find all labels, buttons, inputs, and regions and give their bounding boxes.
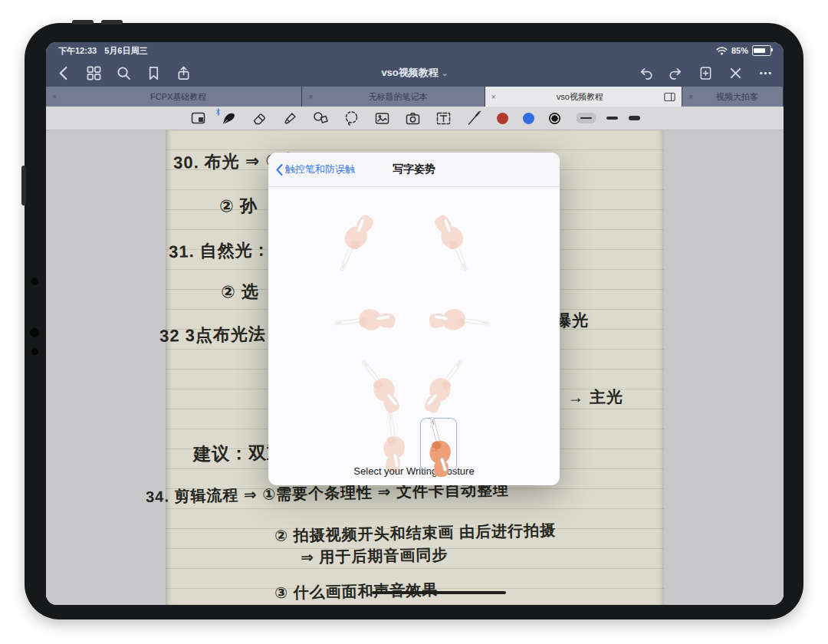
popup-header: 写字姿势 触控笔和防误触 (268, 153, 560, 187)
tab-close-icon[interactable]: × (688, 93, 693, 101)
chevron-left-icon (276, 164, 283, 176)
note-page-area[interactable]: 30. 布光 ⇒ ①布 ② 孙 31. 自然光： ①不 ② 选 32 3点布光法… (46, 130, 784, 605)
tab-vso-tutorial[interactable]: × vso视频教程 (485, 87, 683, 107)
navigation-bar: vso视频教程 ⌄ (46, 59, 784, 87)
posture-option-tip-down-left[interactable] (336, 213, 373, 274)
color-blue[interactable] (523, 113, 534, 124)
close-icon[interactable] (728, 66, 743, 80)
bookmark-icon[interactable] (146, 66, 161, 80)
more-icon[interactable] (758, 66, 773, 80)
status-date: 5月6日周三 (104, 45, 147, 57)
posture-option-tip-left[interactable] (346, 291, 383, 352)
thickness-thin-selected[interactable] (577, 113, 596, 123)
eraser-icon[interactable] (251, 110, 268, 127)
popup-back-button[interactable]: 触控笔和防误触 (276, 163, 355, 176)
share-icon[interactable] (176, 66, 191, 80)
wifi-icon (716, 47, 728, 55)
zoom-window-icon[interactable] (190, 110, 206, 127)
add-page-icon[interactable] (698, 66, 713, 80)
posture-option-selected-vertical[interactable] (419, 416, 456, 477)
tab-label: 无标题的笔记本 (317, 91, 478, 103)
bezel-dot (31, 278, 38, 285)
color-black-selected[interactable] (549, 113, 560, 124)
posture-option-tip-up-left-tilted[interactable] (361, 354, 398, 416)
chevron-down-icon: ⌄ (441, 68, 448, 77)
posture-option-tip-down-right[interactable] (435, 213, 472, 274)
tab-untitled-notebook[interactable]: × 无标题的笔记本 (302, 87, 485, 107)
split-view-icon[interactable] (664, 92, 675, 102)
thickness-medium[interactable] (606, 117, 618, 120)
laser-pointer-icon[interactable] (466, 110, 482, 127)
status-time: 下午12:33 (58, 45, 97, 57)
search-icon[interactable] (117, 66, 131, 80)
tab-close-icon[interactable]: × (491, 93, 496, 101)
tab-close-icon[interactable]: × (308, 93, 313, 101)
bezel-dot (31, 348, 38, 355)
highlighter-icon[interactable] (282, 110, 298, 127)
back-icon[interactable] (57, 66, 71, 80)
handwriting-note: 32 3点布光法： (159, 322, 284, 347)
ipad-device-frame: 下午12:33 5月6日周三 85% vso视频教程 ⌄ (25, 23, 803, 619)
handwriting-note: ② 选 (221, 280, 259, 304)
status-bar: 下午12:33 5月6日周三 85% (46, 42, 784, 59)
tab-label: FCPX基础教程 (61, 91, 296, 103)
volume-down-button (101, 20, 123, 25)
writing-posture-popup: 写字姿势 触控笔和防误触 (268, 153, 560, 485)
handwriting-note: ⇒ 用于后期音画同步 (301, 544, 449, 568)
posture-option-tip-up-slight-left[interactable] (374, 411, 411, 472)
handwriting-note: ② 孙 (219, 194, 258, 218)
tab-fcpx[interactable]: × FCPX基础教程 (46, 87, 302, 107)
posture-option-tip-up-right-tilted[interactable] (426, 354, 463, 416)
pen-tool-icon[interactable] (221, 110, 237, 127)
tab-bar: × FCPX基础教程 × 无标题的笔记本 × vso视频教程 × 视频大拍客 (46, 87, 784, 107)
camera-dot (30, 328, 39, 337)
tab-label: vso视频教程 (501, 91, 660, 103)
thickness-thick[interactable] (629, 116, 640, 120)
ipad-screen: 下午12:33 5月6日周三 85% vso视频教程 ⌄ (46, 42, 784, 605)
tab-label: 视频大拍客 (698, 91, 777, 103)
side-button (21, 166, 26, 205)
grid-icon[interactable] (87, 66, 101, 80)
handwriting-underline (372, 591, 506, 594)
text-tool-icon[interactable] (435, 110, 452, 127)
redo-icon[interactable] (669, 66, 683, 80)
battery-percent: 85% (731, 46, 748, 55)
drawing-toolbar (46, 107, 784, 130)
battery-icon (752, 45, 771, 56)
tab-close-icon[interactable]: × (52, 93, 57, 101)
popup-caption: Select your Writing Posture (268, 465, 560, 477)
volume-up-button (72, 20, 94, 25)
image-icon[interactable] (374, 110, 390, 127)
camera-icon[interactable] (405, 110, 421, 127)
undo-icon[interactable] (639, 66, 653, 80)
posture-grid: Select your Writing Posture (268, 187, 560, 485)
shapes-icon[interactable] (313, 110, 329, 127)
bluetooth-icon (215, 108, 221, 116)
handwriting-note: → 主光 (567, 386, 623, 409)
tab-video-paike[interactable]: × 视频大拍客 (682, 87, 784, 107)
lasso-icon[interactable] (343, 110, 360, 127)
posture-option-tip-right[interactable] (442, 291, 478, 352)
color-red[interactable] (497, 113, 508, 124)
handwriting-note: 曝光 (555, 310, 590, 332)
